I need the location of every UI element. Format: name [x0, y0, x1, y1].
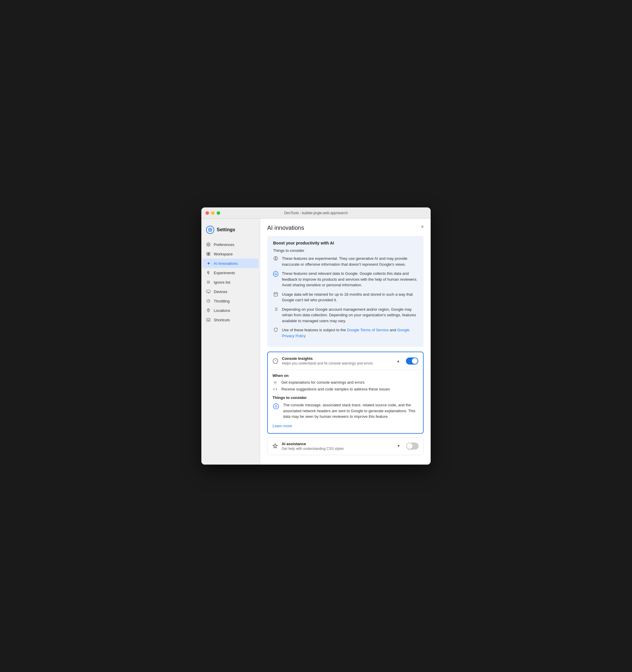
info-item-retention-text: Usage data will be retained for up to 18… [282, 292, 418, 303]
privacy-link[interactable]: Google Privacy Policy [282, 328, 409, 338]
ignore-list-label: Ignore list [214, 280, 230, 285]
info-item-experimental-text: These features are experimental. They us… [282, 256, 418, 267]
info-item-account-text: Depending on your Google account managem… [282, 307, 418, 324]
window-title: DevTools - bubble-jingle.web.app/search [284, 211, 348, 215]
info-item-tos: Use of these features is subject to the … [273, 327, 418, 339]
things-item-google-text: The console message, associated stack tr… [283, 402, 418, 419]
svg-rect-17 [274, 292, 277, 296]
things-item-google: G The console message, associated stack … [273, 402, 418, 419]
when-on-item-explanations: Get explanations for console warnings an… [273, 380, 418, 385]
svg-rect-5 [207, 290, 210, 292]
shield-icon [273, 328, 278, 339]
throttling-icon [206, 298, 211, 303]
when-on-suggestions-text: Receive suggestions and code samples to … [281, 387, 390, 391]
experimental-icon [273, 256, 278, 267]
info-item-account: Depending on your Google account managem… [273, 307, 418, 324]
sidebar-item-preferences[interactable]: Preferences [201, 240, 260, 249]
console-insights-name: Console Insights [282, 356, 393, 361]
toggle-knob [412, 358, 418, 364]
traffic-lights [205, 211, 220, 215]
ai-assistance-header[interactable]: AI assistance Get help with understandin… [268, 437, 423, 455]
ai-assistance-text: AI assistance Get help with understandin… [282, 441, 393, 451]
devices-label: Devices [214, 289, 227, 294]
main-content: × AI innovations Boost your productivity… [260, 219, 431, 464]
ai-innovations-icon: ✦ [206, 261, 211, 266]
settings-circle-icon [206, 226, 214, 234]
locations-label: Locations [214, 308, 230, 313]
console-insights-text: Console Insights Helps you understand an… [282, 356, 393, 365]
locations-icon [206, 308, 211, 313]
when-on-item-suggestions: Receive suggestions and code samples to … [273, 387, 418, 391]
svg-point-0 [209, 230, 211, 231]
maximize-traffic-light[interactable] [217, 211, 220, 215]
learn-more-link[interactable]: Learn more [273, 424, 292, 428]
google-data-icon: G [273, 271, 278, 288]
experiments-icon [206, 270, 211, 275]
when-on-explanations-text: Get explanations for console warnings an… [281, 380, 364, 385]
workspace-label: Workspace [214, 252, 233, 256]
toggle-slider [406, 358, 418, 364]
info-card: Boost your productivity with AI Things t… [267, 236, 424, 347]
sidebar-item-devices[interactable]: Devices [201, 287, 260, 296]
when-on-title: When on [273, 374, 418, 378]
ai-toggle-knob [407, 443, 413, 449]
content-area: Settings Preferences Workspace [201, 219, 431, 464]
sidebar: Settings Preferences Workspace [201, 219, 260, 464]
ai-assistance-toggle[interactable] [406, 442, 419, 450]
ai-toggle-slider [406, 442, 419, 450]
devtools-window: DevTools - bubble-jingle.web.app/search … [201, 208, 431, 464]
page-title: AI innovations [267, 224, 424, 231]
things-to-consider-title: Things to consider [273, 395, 418, 400]
preferences-label: Preferences [214, 242, 234, 247]
svg-point-9 [208, 310, 209, 310]
ai-assistance-name: AI assistance [282, 441, 393, 446]
console-insights-body: When on Get explanations for console war… [268, 369, 423, 433]
info-item-google-data-text: These features send relevant data to Goo… [282, 271, 418, 288]
close-traffic-light[interactable] [205, 211, 209, 215]
sidebar-item-ignore-list[interactable]: Ignore list [201, 278, 260, 287]
ignore-list-icon [206, 280, 211, 285]
info-item-experimental: These features are experimental. They us… [273, 256, 418, 267]
throttling-label: Throttling [214, 299, 230, 303]
things-google-icon: G [273, 403, 280, 410]
info-item-retention: Usage data will be retained for up to 18… [273, 292, 418, 303]
code-icon [273, 387, 278, 391]
console-insights-chevron-icon: ▲ [397, 359, 400, 363]
console-insights-toggle[interactable] [406, 358, 418, 364]
workspace-icon [206, 251, 211, 256]
experiments-label: Experiments [214, 271, 235, 275]
sidebar-item-shortcuts[interactable]: Shortcuts [201, 315, 260, 325]
devices-icon [206, 289, 211, 294]
sidebar-item-experiments[interactable]: Experiments [201, 268, 260, 278]
info-card-subtitle: Things to consider [273, 248, 418, 253]
sidebar-title: Settings [217, 227, 235, 233]
sidebar-item-ai-innovations[interactable]: ✦ AI innovations [203, 259, 259, 268]
tos-link[interactable]: Google Terms of Service [347, 328, 388, 332]
ai-assistance-icon [272, 443, 278, 449]
ai-innovations-label: AI innovations [214, 261, 238, 266]
close-button[interactable]: × [419, 223, 426, 231]
info-item-tos-text: Use of these features is subject to the … [282, 327, 418, 339]
info-item-google-data: G These features send relevant data to G… [273, 271, 418, 288]
preferences-icon [206, 242, 211, 247]
sidebar-item-throttling[interactable]: Throttling [201, 296, 260, 306]
ai-assistance-card: AI assistance Get help with understandin… [267, 437, 424, 455]
sidebar-item-locations[interactable]: Locations [201, 306, 260, 315]
titlebar: DevTools - bubble-jingle.web.app/search [201, 208, 431, 219]
console-insights-icon [273, 358, 278, 364]
shortcuts-icon [206, 317, 211, 322]
info-card-title: Boost your productivity with AI [273, 241, 418, 245]
console-insights-card: Console Insights Helps you understand an… [267, 352, 424, 434]
sidebar-header: Settings [201, 223, 260, 240]
sidebar-item-workspace[interactable]: Workspace [201, 249, 260, 259]
console-insights-header[interactable]: Console Insights Helps you understand an… [268, 352, 423, 369]
list-icon [273, 307, 278, 324]
shortcuts-label: Shortcuts [214, 318, 230, 322]
ai-assistance-desc: Get help with understanding CSS styles [282, 447, 393, 451]
ai-assistance-chevron-icon: ▼ [397, 444, 400, 448]
calendar-icon [273, 292, 278, 303]
svg-point-30 [275, 382, 276, 383]
minimize-traffic-light[interactable] [211, 211, 214, 215]
bulb-icon [273, 380, 278, 385]
svg-point-1 [208, 244, 209, 245]
